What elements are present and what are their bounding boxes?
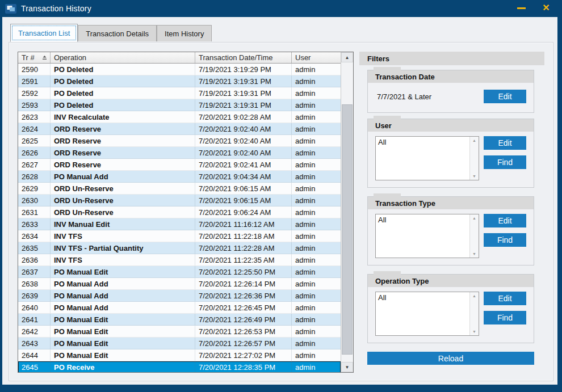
cell-operation: PO Deleted [51, 99, 195, 111]
table-row[interactable]: 2635 INV TFS - Partial Quantity 7/20/202… [18, 242, 341, 254]
filter-operation-type-title: Operation Type [368, 275, 534, 287]
listbox-scrollbar[interactable]: ▲ ▼ [469, 292, 479, 335]
cell-user: admin [292, 338, 341, 349]
cell-datetime: 7/20/2021 12:26:36 PM [195, 290, 292, 301]
table-row[interactable]: 2625 ORD Reserve 7/20/2021 9:02:40 AM ad… [18, 135, 341, 147]
transaction-type-edit-button[interactable]: Edit [484, 214, 526, 227]
cell-operation: ORD Un-Reserve [51, 195, 195, 206]
title-bar: Transaction History ✕ [0, 0, 562, 17]
scrollbar-up-button[interactable]: ▲ [341, 52, 353, 62]
arrow-up-icon: ▲ [472, 138, 476, 142]
cell-operation: INV TFS [51, 230, 195, 242]
transaction-type-find-button[interactable]: Find [484, 233, 526, 247]
listbox-scrollbar[interactable]: ▲ ▼ [469, 214, 479, 258]
cell-tr-number: 2590 [18, 64, 51, 75]
cell-user: admin [292, 314, 341, 325]
cell-tr-number: 2633 [18, 218, 51, 230]
cell-datetime: 7/20/2021 9:02:40 AM [195, 123, 292, 134]
reload-button[interactable]: Reload [367, 352, 534, 365]
table-row[interactable]: 2631 ORD Un-Reserve 7/20/2021 9:06:24 AM… [18, 206, 341, 218]
cell-user: admin [292, 195, 341, 206]
user-find-button[interactable]: Find [484, 155, 526, 169]
table-row[interactable]: 2637 PO Manual Edit 7/20/2021 12:25:50 P… [18, 266, 341, 278]
app-icon [5, 4, 16, 14]
table-row[interactable]: 2639 PO Manual Add 7/20/2021 12:26:36 PM… [18, 290, 341, 302]
filter-section-user: User All ▲ ▼ Edit Find [367, 119, 534, 188]
table-row[interactable]: 2593 PO Deleted 7/19/2021 3:19:31 PM adm… [18, 99, 341, 111]
table-row[interactable]: 2626 ORD Reserve 7/20/2021 9:02:40 AM ad… [18, 147, 341, 159]
filters-panel: Filters Transaction Date 7/7/2021 & Late… [359, 52, 544, 365]
column-header-tr[interactable]: Tr # [18, 52, 51, 63]
cell-user: admin [292, 123, 341, 134]
section-notch [374, 116, 401, 119]
operation-type-edit-button[interactable]: Edit [484, 292, 526, 305]
transaction-date-edit-button[interactable]: Edit [484, 90, 526, 103]
operation-type-find-button[interactable]: Find [484, 311, 526, 324]
table-row[interactable]: 2590 PO Deleted 7/19/2021 3:19:29 PM adm… [18, 64, 341, 75]
transaction-type-filter-value: All [376, 214, 469, 258]
table-row[interactable]: 2629 ORD Un-Reserve 7/20/2021 9:06:15 AM… [18, 183, 341, 195]
table-row[interactable]: 2627 ORD Reserve 7/20/2021 9:02:41 AM ad… [18, 159, 341, 171]
cell-tr-number: 2631 [18, 206, 51, 218]
cell-operation: PO Deleted [51, 64, 195, 75]
scrollbar-down-button[interactable]: ▼ [341, 362, 353, 372]
table-row[interactable]: 2638 PO Manual Add 7/20/2021 12:26:14 PM… [18, 278, 341, 290]
user-edit-button[interactable]: Edit [484, 136, 526, 150]
tab-item-history[interactable]: Item History [157, 25, 212, 41]
table-row[interactable]: 2592 PO Deleted 7/19/2021 3:19:31 PM adm… [18, 87, 341, 99]
cell-user: admin [292, 278, 341, 289]
minimize-icon [517, 7, 526, 9]
tab-transaction-details[interactable]: Transaction Details [78, 25, 157, 41]
transaction-type-filter-listbox[interactable]: All ▲ ▼ [375, 214, 479, 258]
scrollbar-track[interactable] [341, 62, 353, 362]
cell-datetime: 7/20/2021 9:06:15 AM [195, 195, 292, 206]
arrow-down-icon: ▼ [472, 252, 476, 256]
section-notch [374, 271, 401, 275]
cell-datetime: 7/20/2021 11:22:28 AM [195, 242, 292, 254]
table-row[interactable]: 2642 PO Manual Edit 7/20/2021 12:26:53 P… [18, 326, 341, 338]
table-row[interactable]: 2644 PO Manual Edit 7/20/2021 12:27:02 P… [18, 349, 341, 361]
table-row[interactable]: 2630 ORD Un-Reserve 7/20/2021 9:06:15 AM… [18, 195, 341, 206]
cell-operation: INV TFS - Partial Quantity [51, 242, 195, 254]
table-row[interactable]: 2645 PO Receive 7/20/2021 12:28:35 PM ad… [18, 361, 341, 372]
table-row[interactable]: 2628 PO Manual Add 7/20/2021 9:04:34 AM … [18, 171, 341, 183]
table-row[interactable]: 2643 PO Manual Edit 7/20/2021 12:26:57 P… [18, 338, 341, 349]
tab-transaction-list[interactable]: Transaction List [10, 24, 78, 42]
table-row[interactable]: 2633 INV Manual Edit 7/20/2021 11:16:12 … [18, 218, 341, 230]
table-row[interactable]: 2641 PO Manual Edit 7/20/2021 12:26:49 P… [18, 314, 341, 326]
table-row[interactable]: 2634 INV TFS 7/20/2021 11:22:18 AM admin [18, 230, 341, 242]
table-vertical-scrollbar[interactable]: ▲ ▼ [341, 52, 353, 372]
arrow-down-icon: ▼ [472, 330, 476, 334]
table-row[interactable]: 2636 INV TFS 7/20/2021 11:22:35 AM admin [18, 254, 341, 266]
cell-tr-number: 2636 [18, 254, 51, 265]
cell-user: admin [292, 147, 341, 158]
cell-datetime: 7/20/2021 9:06:24 AM [195, 206, 292, 218]
column-header-datetime[interactable]: Transaction Date/Time [195, 52, 292, 63]
cell-user: admin [292, 349, 341, 361]
listbox-scrollbar[interactable]: ▲ ▼ [469, 137, 479, 180]
cell-datetime: 7/20/2021 12:26:57 PM [195, 338, 292, 349]
column-header-user[interactable]: User [292, 52, 341, 63]
arrow-down-icon: ▼ [472, 174, 476, 178]
operation-type-filter-listbox[interactable]: All ▲ ▼ [375, 292, 479, 336]
cell-user: admin [292, 206, 341, 218]
minimize-button[interactable] [510, 0, 532, 16]
cell-tr-number: 2624 [18, 123, 51, 134]
cell-tr-number: 2625 [18, 135, 51, 146]
cell-datetime: 7/20/2021 9:02:41 AM [195, 159, 292, 170]
sort-ascending-icon [42, 55, 47, 60]
cell-tr-number: 2623 [18, 111, 51, 123]
table-row[interactable]: 2591 PO Deleted 7/19/2021 3:19:31 PM adm… [18, 75, 341, 87]
scrollbar-thumb[interactable] [342, 104, 353, 355]
cell-datetime: 7/20/2021 12:28:35 PM [195, 361, 292, 372]
table-row[interactable]: 2623 INV Recalculate 7/20/2021 9:02:28 A… [18, 111, 341, 123]
cell-user: admin [292, 87, 341, 99]
cell-operation: ORD Reserve [51, 147, 195, 158]
user-filter-listbox[interactable]: All ▲ ▼ [375, 136, 479, 180]
filter-section-operation-type: Operation Type All ▲ ▼ Edit Find [367, 274, 534, 343]
column-header-operation[interactable]: Operation [51, 52, 195, 63]
table-row[interactable]: 2640 PO Manual Add 7/20/2021 12:26:45 PM… [18, 302, 341, 314]
filter-user-title: User [368, 119, 534, 132]
close-button[interactable]: ✕ [535, 0, 557, 16]
table-row[interactable]: 2624 ORD Reserve 7/20/2021 9:02:40 AM ad… [18, 123, 341, 135]
